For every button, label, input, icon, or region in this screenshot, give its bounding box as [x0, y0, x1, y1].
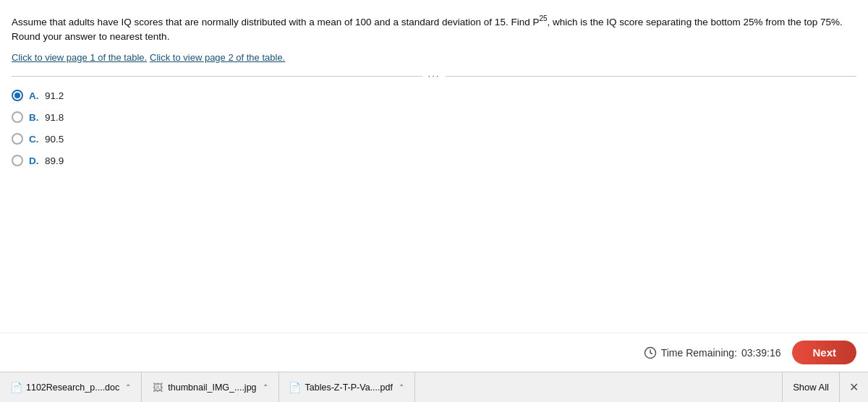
radio-c[interactable]: [12, 133, 23, 145]
radio-b[interactable]: [12, 111, 23, 123]
next-button[interactable]: Next: [792, 341, 856, 364]
img-icon: 🖼: [152, 381, 163, 394]
option-c[interactable]: C. 90.5: [12, 133, 856, 145]
timer-bar: Time Remaining: 03:39:16 Next: [0, 333, 868, 372]
taskbar-label-pdf: Tables-Z-T-P-Va....pdf: [305, 382, 393, 393]
close-button[interactable]: ✕: [839, 372, 868, 402]
taskbar-caret-doc: ⌃: [125, 383, 131, 391]
table-link-2[interactable]: Click to view page 2 of the table.: [150, 52, 285, 63]
pdf-icon: 📄: [289, 381, 301, 394]
divider-dots: ···: [422, 70, 446, 81]
main-content: Assume that adults have IQ scores that a…: [0, 0, 868, 333]
question-subscript: 25: [539, 14, 547, 22]
option-value-d: 89.9: [45, 155, 64, 166]
option-d[interactable]: D. 89.9: [12, 155, 856, 166]
taskbar-caret-img: ⌃: [263, 383, 268, 391]
option-a[interactable]: A. 91.2: [12, 90, 856, 101]
options-list: A. 91.2 B. 91.8 C. 90.5 D. 89.9: [12, 90, 856, 166]
taskbar-item-pdf[interactable]: 📄 Tables-Z-T-P-Va....pdf ⌃: [279, 372, 415, 402]
radio-a[interactable]: [12, 90, 23, 101]
show-all-button[interactable]: Show All: [782, 372, 839, 402]
radio-d[interactable]: [12, 155, 23, 166]
option-value-a: 91.2: [45, 90, 64, 101]
clock-icon: [644, 346, 657, 359]
table-links: Click to view page 1 of the table. Click…: [12, 51, 856, 63]
timer-label: Time Remaining:: [661, 347, 737, 359]
timer-value: 03:39:16: [741, 347, 781, 359]
taskbar-caret-pdf: ⌃: [399, 383, 404, 391]
taskbar-label-doc: 1102Research_p....doc: [26, 382, 119, 393]
show-all-label: Show All: [793, 382, 829, 393]
table-link-1[interactable]: Click to view page 1 of the table.: [12, 52, 147, 63]
question-text-part1: Assume that adults have IQ scores that a…: [12, 17, 539, 27]
close-icon: ✕: [849, 380, 859, 394]
taskbar-item-img[interactable]: 🖼 thumbnail_IMG_....jpg ⌃: [142, 372, 278, 402]
taskbar: 📄 1102Research_p....doc ⌃ 🖼 thumbnail_IM…: [0, 372, 868, 402]
taskbar-item-doc[interactable]: 📄 1102Research_p....doc ⌃: [0, 372, 142, 402]
option-value-c: 90.5: [45, 134, 64, 145]
option-b[interactable]: B. 91.8: [12, 111, 856, 123]
question-text: Assume that adults have IQ scores that a…: [12, 13, 856, 44]
doc-icon: 📄: [10, 381, 22, 394]
option-letter-b: B.: [29, 112, 41, 123]
option-letter-c: C.: [29, 134, 41, 145]
taskbar-label-img: thumbnail_IMG_....jpg: [168, 382, 256, 393]
option-letter-d: D.: [29, 155, 41, 166]
timer-section: Time Remaining: 03:39:16: [644, 346, 781, 359]
option-value-b: 91.8: [45, 112, 64, 123]
divider: ···: [12, 70, 856, 81]
option-letter-a: A.: [29, 90, 41, 101]
